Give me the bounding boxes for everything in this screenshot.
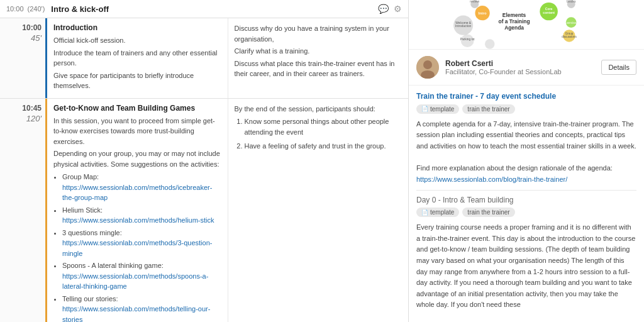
session-gtk-content: Get-to-Know and Team Building Games In t… — [47, 99, 408, 323]
session-intro: 10:00 45' Introduction Official kick-off… — [0, 18, 408, 99]
agenda-link[interactable]: Train the trainer - 7 day event schedule — [416, 92, 636, 101]
svg-text:blocks: blocks — [567, 0, 576, 3]
svg-text:Exercises: Exercises — [564, 21, 579, 25]
content-section: Train the trainer - 7 day event schedule… — [409, 86, 644, 322]
svg-text:Agenda: Agenda — [504, 25, 524, 31]
profile-info: Robert Cserti Facilitator, Co-Founder at… — [445, 59, 562, 75]
diagram-area: Elements of a Training Agenda review blo… — [409, 0, 644, 50]
session-gtk-right: By the end of the session, participants … — [228, 99, 409, 323]
header-bar: 10:00 (240') Intro & kick-off 💬 ⚙ — [0, 0, 408, 18]
session-gtk-left: Get-to-Know and Team Building Games In t… — [47, 99, 228, 323]
list-item: Know some personal things about other pe… — [245, 116, 402, 137]
3q-mingle-link[interactable]: https://www.sessionlab.com/methods/3-que… — [62, 239, 212, 257]
blog-link[interactable]: https://www.sessionlab.com/blog/train-th… — [416, 175, 567, 183]
chat-icon: 💬 — [378, 4, 389, 14]
svg-text:Group: Group — [565, 32, 574, 35]
group-map-link[interactable]: https://www.sessionlab.com/methods/icebr… — [62, 184, 212, 202]
list-item: Telling our stories: https://www.session… — [62, 294, 221, 323]
section-divider — [416, 190, 636, 191]
session-intro-right: Discuss why do you have a training syste… — [228, 18, 409, 98]
right-panel: Elements of a Training Agenda review blo… — [409, 0, 644, 322]
svg-point-22 — [485, 39, 495, 49]
session-intro-content: Introduction Official kick-off session. … — [47, 18, 408, 98]
profile-section: Robert Cserti Facilitator, Co-Founder at… — [409, 50, 644, 86]
list-item: Spoons - A lateral thinking game: https:… — [62, 260, 221, 292]
spoons-link[interactable]: https://www.sessionlab.com/methods/spoon… — [62, 272, 208, 291]
list-item: Have a feeling of safety and trust in th… — [245, 141, 402, 152]
list-item: Group Map: https://www.sessionlab.com/me… — [62, 172, 221, 203]
svg-text:content: content — [543, 11, 555, 14]
tag-ttt-2: train the trainer — [462, 208, 514, 217]
left-panel: 10:00 (240') Intro & kick-off 💬 ⚙ 10:00 … — [0, 0, 409, 322]
agenda-description: A complete agenda for a 7-day, intensive… — [416, 119, 636, 186]
session-intro-time: 10:00 45' — [0, 18, 47, 98]
svg-text:discussions: discussions — [562, 35, 577, 38]
diagram-svg: Elements of a Training Agenda review blo… — [409, 0, 644, 49]
helium-stick-link[interactable]: https://www.sessionlab.com/methods/heliu… — [62, 216, 214, 224]
sessions-container: 10:00 45' Introduction Official kick-off… — [0, 18, 408, 322]
svg-point-24 — [423, 60, 432, 69]
header-time: 10:00 — [6, 5, 24, 13]
svg-text:Intro: Intro — [479, 11, 487, 15]
svg-text:review: review — [470, 0, 479, 3]
svg-text:of a Training: of a Training — [499, 18, 530, 25]
settings-icon: ⚙ — [394, 4, 402, 14]
agenda-tags: 📄 template train the trainer — [416, 104, 636, 114]
header-icons: 💬 ⚙ — [378, 4, 402, 14]
session-intro-left: Introduction Official kick-off session. … — [47, 18, 228, 98]
header-badge: (240') — [28, 5, 45, 13]
day0-title: Day 0 - Intro & Team building — [416, 196, 636, 204]
details-button[interactable]: Details — [601, 60, 636, 75]
list-item: 3 questions mingle: https://www.sessionl… — [62, 228, 221, 259]
list-item: Helium Stick: https://www.sessionlab.com… — [62, 205, 221, 226]
session-gtk: 10:45 120' Get-to-Know and Team Building… — [0, 99, 408, 323]
svg-text:Introduction: Introduction — [455, 25, 472, 28]
tag-train-the-trainer: train the trainer — [462, 104, 514, 114]
day0-tags: 📄 template train the trainer — [416, 208, 636, 217]
svg-text:Core: Core — [545, 7, 553, 11]
day0-description: Every training course needs a proper fra… — [416, 222, 636, 311]
session-gtk-time: 10:45 120' — [0, 99, 47, 323]
svg-text:Elements: Elements — [502, 12, 526, 18]
page-title: Intro & kick-off — [51, 4, 109, 14]
avatar — [416, 56, 439, 79]
svg-text:Parking lot: Parking lot — [460, 38, 475, 41]
svg-text:Welcome &: Welcome & — [455, 21, 471, 25]
stories-link[interactable]: https://www.sessionlab.com/methods/telli… — [62, 305, 210, 322]
tag-template: 📄 template — [416, 104, 459, 114]
tag-template-2: 📄 template — [416, 208, 459, 217]
